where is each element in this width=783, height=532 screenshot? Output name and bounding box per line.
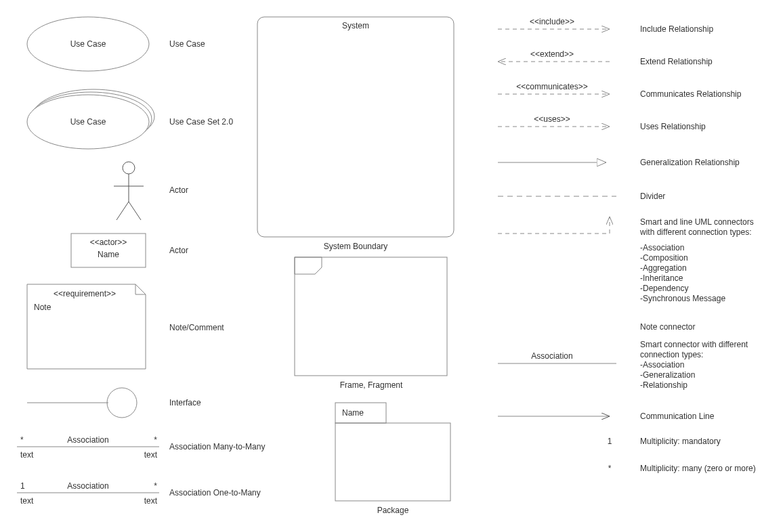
assoc-mm-left-mult: *	[20, 435, 24, 445]
package-name: Name	[342, 408, 364, 418]
shape-association-many-to-many: * Association * text text	[17, 435, 159, 460]
include-label: Include Relationship	[640, 24, 713, 34]
note-connector-label: Note connector	[640, 322, 695, 332]
shape-system-boundary: System	[257, 17, 454, 237]
connector-extend: <<extend>>	[498, 49, 610, 62]
divider-label: Divider	[640, 192, 665, 201]
use-case-set-label: Use Case Set 2.0	[169, 117, 233, 127]
smart-type-4: -Dependency	[640, 284, 688, 293]
svg-point-11	[107, 388, 137, 418]
extend-stereo: <<extend>>	[530, 49, 574, 59]
assoc-conn-type-2: -Relationship	[640, 380, 687, 390]
smart-type-5: -Synchronous Message	[640, 294, 725, 303]
include-stereo: <<include>>	[530, 17, 574, 26]
smart-label-l2: with different connection types:	[639, 227, 752, 237]
communication-line-label: Communication Line	[640, 412, 715, 421]
interface-label: Interface	[169, 398, 201, 407]
assoc-om-top: Association	[67, 481, 108, 491]
assoc-om-label: Association One-to-Many	[169, 488, 261, 497]
shape-association-one-to-many: 1 Association * text text	[17, 481, 159, 506]
assoc-conn-type-1: -Generalization	[640, 370, 695, 380]
svg-point-4	[123, 162, 135, 174]
assoc-om-right-mult: *	[154, 481, 157, 491]
svg-line-7	[117, 202, 129, 220]
use-case-set-shape-text: Use Case	[70, 117, 106, 127]
note-label: Note/Comment	[169, 323, 224, 332]
actor-box-stereotype: <<actor>>	[90, 238, 127, 247]
uses-stereo: <<uses>>	[534, 114, 570, 124]
assoc-mm-label: Association Many-to-Many	[169, 442, 265, 451]
svg-rect-17	[335, 423, 450, 501]
shape-actor-box: <<actor>> Name	[71, 234, 146, 267]
shape-note: <<requirement>> Note	[27, 284, 146, 369]
smart-label-l1: Smart and line UML connectors	[640, 217, 754, 227]
assoc-mm-right-mult: *	[154, 435, 157, 445]
assoc-conn-type-0: -Association	[640, 360, 684, 370]
use-case-shape-text: Use Case	[70, 39, 106, 49]
system-label: System Boundary	[324, 242, 388, 251]
smart-type-2: -Aggregation	[640, 263, 687, 273]
assoc-mm-left-role: text	[20, 450, 34, 460]
mult-mandatory-symbol: 1	[608, 437, 612, 446]
assoc-om-left-role: text	[20, 496, 34, 506]
system-title: System	[342, 21, 369, 30]
extend-label: Extend Relationship	[640, 57, 713, 66]
assoc-conn-top: Association	[531, 351, 572, 361]
smart-type-1: -Composition	[640, 253, 688, 263]
connector-uses: <<uses>>	[498, 114, 610, 127]
actor-box-name: Name	[98, 250, 119, 259]
shape-actor-stick	[114, 162, 144, 220]
smart-type-0: -Association	[640, 243, 684, 252]
package-label: Package	[377, 506, 409, 515]
shape-frame	[295, 257, 447, 376]
assoc-om-right-role: text	[144, 496, 158, 506]
assoc-mm-top: Association	[67, 435, 108, 445]
communicates-label: Communicates Relationship	[640, 89, 742, 99]
svg-rect-15	[295, 257, 447, 376]
frame-label: Frame, Fragment	[340, 380, 403, 390]
shape-package: Name	[335, 403, 450, 501]
shape-use-case-set: Use Case	[27, 89, 154, 149]
actor-stick-label: Actor	[169, 185, 188, 195]
connector-include: <<include>>	[498, 17, 610, 29]
svg-line-8	[129, 202, 141, 220]
shape-interface	[27, 388, 137, 418]
note-stereotype: <<requirement>>	[54, 289, 116, 298]
use-case-label: Use Case	[169, 39, 205, 49]
assoc-mm-right-role: text	[144, 450, 158, 460]
connector-association-smart: Association	[498, 351, 616, 363]
uses-label: Uses Relationship	[640, 122, 706, 131]
mult-mandatory-label: Multiplicity: mandatory	[640, 437, 721, 446]
communicates-stereo: <<communicates>>	[516, 82, 587, 91]
smart-type-3: -Inheritance	[640, 273, 683, 283]
mult-many-symbol: *	[608, 464, 612, 473]
connector-smart	[498, 217, 610, 234]
connector-communicates: <<communicates>>	[498, 82, 610, 94]
mult-many-label: Multiplicity: many (zero or more)	[640, 464, 756, 473]
generalization-label: Generalization Relationship	[640, 158, 740, 167]
assoc-conn-label-l2: connection types:	[640, 350, 703, 359]
assoc-conn-label-l1: Smart connector with different	[640, 340, 748, 349]
assoc-om-left-mult: 1	[20, 481, 25, 491]
shape-use-case: Use Case	[27, 17, 149, 71]
actor-box-label: Actor	[169, 246, 188, 255]
svg-rect-14	[257, 17, 454, 237]
note-body: Note	[34, 303, 51, 312]
